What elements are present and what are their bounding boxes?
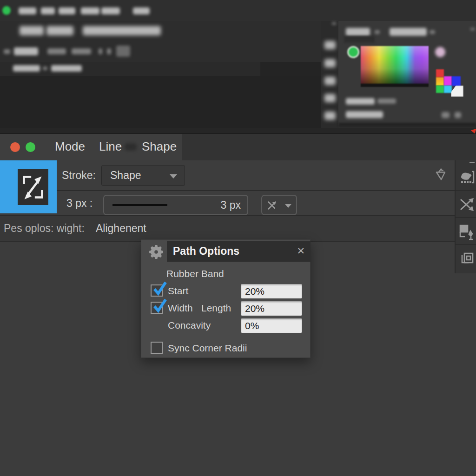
tab-line[interactable]: Line	[99, 139, 122, 154]
stroke-swap-button[interactable]	[261, 195, 297, 215]
panel-collapse-dash[interactable]	[469, 162, 475, 163]
blurred-toolbar-item	[46, 26, 73, 35]
width-checkbox[interactable]	[151, 302, 163, 314]
stroke-type-value: Shape	[102, 169, 141, 182]
blurred-tool-icon	[324, 59, 336, 67]
blurred-option	[99, 48, 102, 54]
blurred-tool-icon	[324, 77, 336, 85]
active-tool-tile[interactable]	[0, 160, 57, 213]
stroke-preview-line	[112, 204, 167, 206]
line-tool-icon	[18, 169, 48, 205]
dialog-title: Path Options	[173, 245, 239, 258]
blurred-document-tab	[13, 65, 40, 72]
right-toolbar-panel	[455, 160, 476, 273]
blurred-tool-icon	[324, 41, 336, 49]
transform-arrows-icon[interactable]	[458, 196, 475, 213]
blurred-chevron	[375, 30, 380, 34]
blurred-toolbar-item	[20, 26, 44, 35]
status-green-dot	[2, 6, 11, 15]
blurred-menu-item	[59, 7, 75, 14]
tool-icon-background	[18, 169, 48, 205]
blurred-tool-icon	[324, 112, 336, 120]
window-button-red[interactable]	[10, 142, 20, 152]
blurred-chevron	[430, 30, 435, 34]
crossed-arrows-icon	[266, 199, 278, 212]
chevron-down-icon	[285, 204, 291, 208]
chevron-down-icon	[170, 174, 177, 178]
blurred-option	[72, 48, 91, 54]
tab-shape[interactable]: Shape	[142, 139, 177, 154]
swatch-red	[436, 69, 444, 77]
length-label: Length	[201, 303, 231, 314]
stroke-preview-field[interactable]: 3 px	[103, 195, 248, 215]
sync-corner-radii-label: Sync Corner Radii	[168, 343, 247, 354]
check-icon	[152, 282, 167, 297]
start-value-field[interactable]	[241, 284, 302, 298]
document-tab-strip-dark	[260, 62, 321, 76]
stroke-weight-value: 3 px	[221, 199, 241, 212]
blurred-panel-icon	[442, 112, 450, 118]
path-export-icon[interactable]	[459, 168, 475, 186]
swatch-magenta	[444, 76, 452, 86]
swatch-green	[436, 86, 444, 93]
blurred-panel-icon	[455, 112, 461, 118]
blurred-chevron	[4, 49, 10, 54]
check-icon	[152, 299, 167, 314]
blurred-menu-item	[133, 7, 150, 14]
tab-line-smudge	[125, 143, 137, 151]
tab-mode[interactable]: Mode	[55, 139, 85, 154]
stroke-weight-label: 3 px :	[66, 191, 93, 215]
concavity-value-field[interactable]	[241, 318, 302, 333]
duplicate-icon[interactable]	[459, 250, 475, 267]
alignment-right-text[interactable]: Alighenent	[96, 222, 146, 235]
panel-bottom-edge	[338, 123, 476, 126]
width-label: Width	[168, 303, 193, 314]
stroke-label: Stroke:	[62, 160, 96, 190]
blurred-collapse-icon	[332, 22, 336, 25]
blurred-document-tab	[51, 65, 82, 72]
gear-icon	[147, 243, 165, 261]
blurred-menu-item	[81, 7, 99, 14]
blurred-option	[14, 47, 38, 55]
shape-operations-icon[interactable]	[458, 223, 475, 241]
start-label: Start	[168, 285, 188, 297]
blurred-button	[116, 46, 130, 57]
secondary-color-dot	[435, 47, 445, 57]
color-gradient-picker	[361, 46, 429, 87]
swatch-blue	[452, 76, 461, 86]
start-checkbox[interactable]	[151, 284, 163, 297]
swatch-cyan	[444, 86, 452, 93]
rubber-band-label: Rubber Band	[166, 268, 224, 279]
blurred-chevron	[43, 66, 47, 70]
width-length-value-field[interactable]	[241, 301, 302, 316]
stroke-type-dropdown[interactable]: Shape	[101, 165, 185, 186]
ink-bottle-icon[interactable]	[432, 166, 449, 183]
concavity-label: Concavity	[168, 320, 211, 331]
blurred-canvas	[0, 76, 321, 128]
blurred-option	[107, 48, 111, 54]
window-separator	[0, 128, 476, 134]
foreground-color-dot	[347, 46, 359, 58]
dialog-titlebar[interactable]: Path Options ✕	[167, 241, 311, 262]
window-button-green[interactable]	[26, 142, 35, 152]
close-icon[interactable]: ✕	[297, 245, 305, 257]
blurred-option	[47, 48, 66, 54]
sync-corner-radii-checkbox[interactable]	[151, 342, 163, 354]
alignment-left-text: Pes oplos: wight:	[4, 222, 85, 235]
blurred-panel-tab	[390, 28, 427, 36]
blurred-menu-item	[101, 7, 120, 14]
blurred-tool-icon	[324, 94, 336, 102]
swatch-orange	[436, 77, 444, 86]
blurred-panel-label	[377, 99, 396, 104]
blurred-panel-tab	[346, 28, 370, 36]
application-window: Mode Line Shape Stroke: Shape	[0, 0, 476, 476]
blurred-menu-item	[41, 7, 55, 14]
blurred-panel-row	[346, 111, 383, 118]
red-cursor-marker	[469, 128, 476, 134]
tool-tab-bar: Mode Line Shape	[0, 134, 476, 160]
stroke-options-row: Stroke: Shape	[0, 160, 476, 191]
gradient-shade-overlay	[361, 46, 429, 87]
blurred-top-workspace	[0, 0, 476, 128]
blurred-panel-label	[346, 98, 375, 105]
alignment-options-row: Pes oplos: wight: Alighenent	[0, 216, 476, 242]
